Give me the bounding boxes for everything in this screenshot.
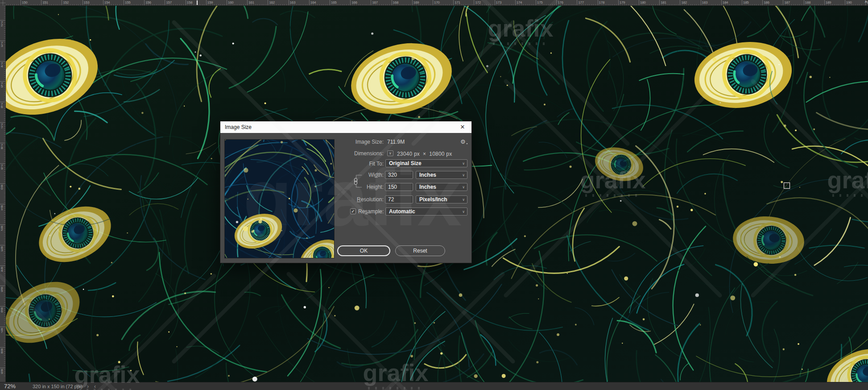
ruler-mark — [608, 4, 608, 5]
close-button[interactable]: ✕ — [454, 121, 471, 133]
ruler-mark — [93, 4, 93, 5]
ruler-mark — [4, 208, 5, 208]
ruler-mark: 7 3 — [1, 42, 3, 47]
ruler-collapse-chevron-icon[interactable]: ^ — [865, 0, 867, 4]
ruler-mark — [4, 298, 5, 299]
ruler-mark — [4, 284, 5, 284]
height-unit-select[interactable]: Inches ∨ — [416, 183, 467, 191]
ruler-mark — [402, 4, 402, 5]
ruler-mark — [350, 0, 351, 5]
ruler-mark — [4, 235, 5, 235]
ruler-mark — [719, 4, 719, 5]
ruler-mark — [371, 0, 371, 5]
ruler-mark — [511, 4, 512, 5]
ruler-mark — [653, 4, 653, 5]
ruler-mark — [463, 4, 464, 5]
ruler-mark: 154 — [104, 0, 110, 4]
ruler-mark: 8 2 — [1, 226, 3, 231]
dialog-titlebar[interactable]: Image Size ✕ — [220, 121, 471, 133]
ruler-mark — [338, 4, 338, 5]
ruler-mark — [219, 4, 219, 5]
ruler-mark — [264, 4, 264, 5]
ruler-mark — [4, 106, 5, 106]
ruler-mark — [738, 4, 738, 5]
ruler-mark — [111, 4, 112, 5]
ruler-mark — [449, 4, 450, 5]
ruler-mark — [4, 259, 5, 260]
ruler-mark — [655, 4, 656, 5]
ruler-origin-corner[interactable] — [0, 0, 6, 6]
ruler-mark — [4, 282, 5, 282]
ruler-mark — [591, 4, 592, 5]
ruler-mark — [132, 4, 132, 5]
ruler-mark: 152 — [63, 0, 68, 4]
ok-button[interactable]: OK — [337, 245, 390, 256]
ruler-mark — [4, 212, 5, 213]
resolution-unit-select[interactable]: Pixels/Inch ∨ — [416, 195, 467, 203]
ruler-mark: 185 — [743, 0, 748, 4]
ruler-mark — [674, 4, 674, 5]
width-input[interactable] — [385, 171, 413, 179]
ruler-mark — [124, 0, 124, 5]
ruler-mark — [4, 331, 5, 331]
ruler-mark — [305, 4, 306, 5]
ruler-mark — [4, 47, 5, 47]
gear-icon[interactable]: ⚙ — [460, 138, 466, 145]
ruler-mark — [4, 353, 5, 354]
ruler-mark — [83, 0, 83, 5]
ruler-mark — [631, 4, 631, 5]
reset-button[interactable]: Reset — [395, 245, 445, 256]
ruler-mark — [101, 4, 101, 5]
dimensions-unit-button[interactable]: ∨ — [387, 150, 393, 156]
ruler-mark — [4, 278, 5, 278]
height-input[interactable] — [385, 183, 413, 191]
resample-checkbox[interactable]: ✓ — [350, 208, 356, 214]
zoom-level-field[interactable]: 72% — [4, 383, 16, 390]
ruler-mark — [256, 4, 256, 5]
ruler-mark — [4, 124, 5, 125]
ruler-mark — [266, 4, 266, 5]
fit-to-select[interactable]: Original Size ∨ — [385, 159, 467, 167]
ruler-mark: 172 — [475, 0, 480, 4]
ruler-mark — [4, 300, 5, 300]
ruler-mark: 161 — [248, 0, 254, 4]
ruler-mark — [99, 4, 99, 5]
ruler-mark — [632, 4, 633, 5]
ruler-mark — [573, 4, 573, 5]
ruler-mark — [140, 4, 141, 5]
marquee-cursor-icon — [784, 183, 790, 189]
ruler-mark — [91, 4, 91, 5]
ruler-mark — [241, 4, 241, 5]
status-menu-arrow[interactable]: › — [87, 383, 89, 390]
vertical-ruler[interactable]: 7 27 37 47 57 67 77 87 98 08 18 28 38 48… — [0, 6, 6, 382]
ruler-mark — [280, 4, 281, 5]
ruler-mark — [447, 4, 447, 5]
ruler-mark — [4, 28, 5, 29]
ruler-mark: 160 — [228, 0, 233, 4]
ruler-mark — [4, 94, 5, 94]
ruler-mark — [4, 251, 5, 252]
width-unit-select[interactable]: Inches ∨ — [416, 171, 467, 179]
ruler-mark — [4, 10, 5, 10]
ruler-mark — [4, 345, 5, 345]
ruler-mark — [832, 4, 833, 5]
ruler-mark — [430, 4, 431, 5]
ruler-mark: 8 1 — [1, 205, 3, 211]
ruler-mark — [468, 4, 468, 5]
ruler-mark — [4, 179, 5, 180]
horizontal-ruler[interactable]: 1501511521531541551561571581591601611621… — [6, 0, 868, 6]
ruler-mark — [732, 4, 732, 5]
ruler-mark — [153, 4, 153, 5]
ruler-mark — [4, 49, 5, 49]
resolution-input[interactable] — [385, 195, 413, 203]
ruler-mark — [220, 4, 221, 5]
ruler-mark: 8 0 — [1, 185, 3, 190]
ruler-mark — [18, 4, 19, 5]
status-back-arrow[interactable]: ‹ — [94, 383, 96, 390]
image-size-label: Image Size: — [303, 139, 384, 145]
ruler-mark — [54, 4, 54, 5]
ruler-mark — [4, 329, 5, 329]
ruler-mark — [4, 34, 5, 35]
ruler-mark — [4, 351, 5, 352]
resample-select[interactable]: Automatic ∨ — [385, 207, 467, 216]
